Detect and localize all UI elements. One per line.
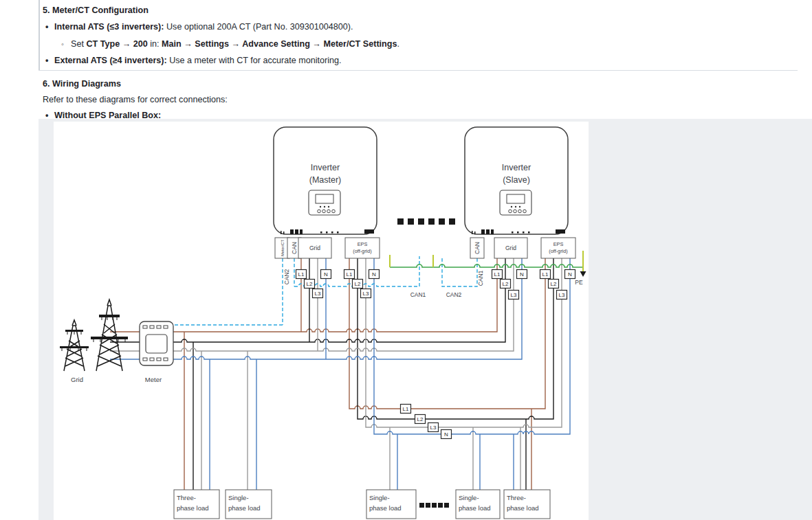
port-eps-1: EPS [358,241,368,247]
label-l3: L3 [363,291,369,297]
load-label-1: Three- [177,494,196,501]
meter-caption: Meter [145,376,162,383]
port-can: CAN [474,242,481,254]
load-label-2: phase load [507,504,538,512]
can-comm-lines [173,256,477,325]
can1-label: CAN1 [410,291,426,298]
label-l1: L1 [542,271,549,278]
bullet-internal-ats: Internal ATS (≤3 inverters): Use optiona… [54,21,353,33]
bus-l3-gray [110,258,562,490]
bullet-external-ats-rest: Use a meter with CT for accurate monitor… [167,56,342,65]
inverter-master-label-1: Inverter [311,163,340,172]
inverter-slave: Inverter (Slave) [465,127,568,234]
bullet-internal-ats-rest: Use optional 200A CT (Part No. 309301004… [164,22,353,32]
label-l2: L2 [417,416,424,422]
meter-ct-line [173,258,283,325]
label-l2: L2 [355,281,361,287]
label-n: N [444,431,448,438]
bullet-internal-ats-bold: Internal ATS (≤3 inverters): [54,22,164,32]
bus-n-blue [110,258,570,490]
more-loads-dots [419,503,449,508]
section5-heading: 5. Meter/CT Configuration [43,5,149,16]
wiring-diagram: Inverter (Master) Inverter (Slave) [54,122,589,520]
load-label-2: phase load [369,504,401,512]
port-can: CAN [291,242,298,254]
can2-label: CAN2 [446,291,462,298]
diagram-image: Inverter (Master) Inverter (Slave) [54,122,589,520]
bullet-external-ats: External ATS (≥4 inverters): Use a meter… [54,55,342,67]
port-eps-2: (off-grid) [549,248,567,254]
sub-bold2: Main → Settings → Advance Setting → Mete… [162,39,397,49]
port-eps-1: EPS [553,241,564,247]
label-l3: L3 [511,292,517,298]
sub-end: . [397,39,399,49]
load-three-phase-right: Three- phase load [504,490,550,519]
label-n: N [520,271,524,278]
slave-ports: CAN Grid EPS (off-grid) [470,238,575,258]
load-single-phase-mid1: Single- phase load [366,490,416,519]
label-l1: L1 [347,271,353,278]
load-single-phase-left: Single- phase load [226,490,272,519]
can2-vertical-label: CAN2 [283,269,290,284]
sub-mid: in: [148,39,162,49]
inverter-master-display [309,190,340,215]
label-l3: L3 [315,291,321,297]
pe-arrow-icon [580,271,586,277]
label-l1: L1 [298,271,305,278]
section-left-border [39,0,40,70]
port-eps-2: (off-grid) [353,248,371,254]
bus-l2-black [110,258,553,490]
label-l2: L2 [551,281,557,287]
label-n: N [372,271,376,278]
port-grid: Grid [309,245,320,251]
subbullet-ct-type: Set CT Type → 200 in: Main → Settings → … [71,38,399,50]
label-l1: L1 [494,271,501,278]
load-label-1: Single- [459,494,479,501]
master-ports: Meter/CT CAN Grid EPS (off-grid) [275,238,380,258]
sub-bold1: CT Type → 200 [86,39,147,49]
can1-line [442,256,477,286]
bullet-external-ats-bold: External ATS (≥4 inverters): [54,56,167,65]
can1-vertical-label: CAN1 [477,270,484,286]
label-l2: L2 [503,281,509,287]
inverter-slave-label-1: Inverter [502,163,531,172]
load-label-1: Single- [369,494,390,501]
grid-towers-icon [60,299,128,371]
load-label-2: phase load [177,504,208,512]
sub-pre: Set [71,39,86,49]
phase-labels: L1 L2 L3 N L1 L2 L3 N L1 L2 L3 N L1 L2 L… [296,270,575,439]
label-n: N [324,271,328,278]
load-label-2: phase load [228,504,260,512]
more-inverters-dots [397,218,455,225]
load-label-1: Three- [507,494,526,501]
label-l1: L1 [403,406,409,412]
section6-intro: Refer to these diagrams for correct conn… [43,94,228,106]
port-grid: Grid [505,245,516,251]
port-meter-ct: Meter/CT [281,239,285,256]
label-l3: L3 [559,292,565,298]
label-n: N [568,271,572,278]
inverter-slave-display [500,190,531,215]
load-label-1: Single- [228,494,249,501]
grid-caption: Grid [71,376,83,383]
inverter-master-label-2: (Master) [309,175,342,185]
load-single-phase-mid2: Single- phase load [456,490,500,519]
load-label-2: phase load [459,504,490,512]
pe-label: PE [575,279,583,286]
meter-icon [140,321,173,365]
section6-heading: 6. Wiring Diagrams [43,78,121,90]
label-l3: L3 [430,425,437,431]
inverter-master: Inverter (Master) [274,127,377,234]
inverter-slave-label-2: (Slave) [503,175,530,185]
load-three-phase-left: Three- phase load [174,490,219,519]
section-divider [39,70,798,71]
label-l2: L2 [307,281,313,287]
